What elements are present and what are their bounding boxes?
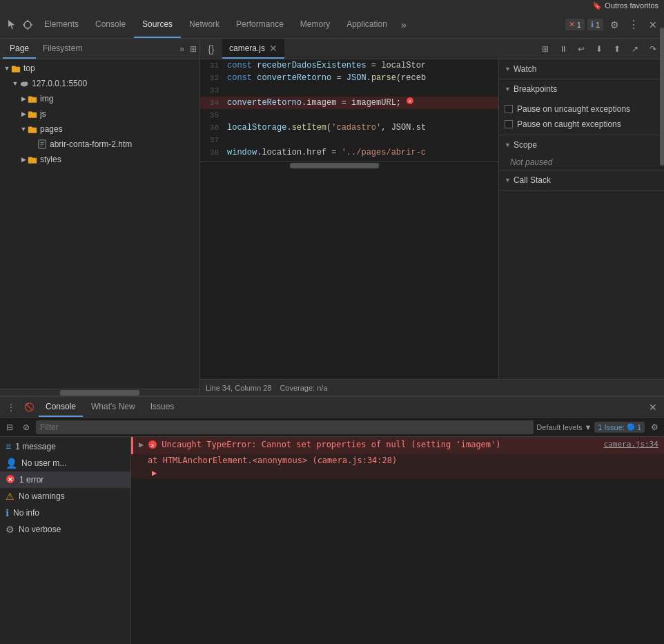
console-block-icon[interactable]: ⊘ xyxy=(19,420,33,434)
sidebar-item-warnings[interactable]: ⚠ No warnings xyxy=(0,488,130,505)
arrow-styles xyxy=(19,155,28,164)
console-sidebar-toggle[interactable]: ⊟ xyxy=(3,420,17,434)
scope-label: Scope xyxy=(514,140,537,150)
svg-point-7 xyxy=(24,81,28,84)
step-over-icon[interactable]: ↩ xyxy=(573,41,589,57)
console-filter-input[interactable] xyxy=(36,420,534,434)
breakpoints-content: Pause on uncaught exceptions Pause on ca… xyxy=(499,99,664,135)
close-console-icon[interactable]: ✕ xyxy=(645,399,661,416)
pause-uncaught-label: Pause on uncaught exceptions xyxy=(517,104,630,114)
tab-console-main[interactable]: Console xyxy=(39,397,83,417)
tree-item-top[interactable]: top xyxy=(0,61,199,76)
tree-item-styles[interactable]: styles xyxy=(0,152,199,167)
call-stack-header[interactable]: ▼ Call Stack xyxy=(499,170,664,190)
file-tree: top 127.0.0.1:5500 img xyxy=(0,59,199,389)
error-icon-msg: ✕ xyxy=(148,440,157,451)
arrow-img xyxy=(19,95,28,103)
format-icon[interactable]: ⊞ xyxy=(537,41,554,57)
code-line-36: 36 localStorage.setItem('cadastro', JSON… xyxy=(200,121,498,134)
tab-page[interactable]: Page xyxy=(3,39,36,59)
code-h-scroll[interactable] xyxy=(200,162,498,168)
cursor-icon[interactable] xyxy=(3,17,19,33)
watch-label: Watch xyxy=(514,64,537,74)
pause-icon[interactable]: ⏸ xyxy=(555,41,572,57)
error-source-link[interactable]: camera.js:34 xyxy=(604,440,658,451)
tab-performance[interactable]: Performance xyxy=(228,11,292,38)
code-line-37: 37 xyxy=(200,134,498,146)
close-devtools-icon[interactable]: ✕ xyxy=(645,17,661,33)
breakpoint-pause-uncaught: Pause on uncaught exceptions xyxy=(505,101,658,117)
warning-icon: ⚠ xyxy=(6,491,14,502)
tree-item-file[interactable]: abrir-conta-form-2.htm xyxy=(0,137,199,152)
tree-item-server[interactable]: 127.0.0.1:5500 xyxy=(0,76,199,91)
checkbox-pause-caught[interactable] xyxy=(505,120,513,128)
sidebar-item-verbose[interactable]: ⚙ No verbose xyxy=(0,521,130,538)
breakpoints-arrow: ▼ xyxy=(505,86,511,92)
expand-error-icon[interactable]: ▶ xyxy=(139,440,144,451)
more-tabs-icon[interactable]: » xyxy=(396,17,412,33)
checkbox-pause-uncaught[interactable] xyxy=(505,105,513,113)
error-circle-icon: ✕ xyxy=(6,474,15,486)
tab-label-camera-js: camera.js xyxy=(229,43,265,53)
tab-whats-new[interactable]: What's New xyxy=(84,397,142,417)
tree-label-styles: styles xyxy=(40,155,199,164)
verbose-icon: ⚙ xyxy=(6,524,14,535)
close-tab-icon[interactable]: ✕ xyxy=(269,43,277,53)
more-options-icon[interactable]: ⋮ xyxy=(625,17,642,33)
file-icon-html xyxy=(37,139,47,149)
sidebar-item-errors[interactable]: ✕ 1 error xyxy=(0,471,130,488)
console-sidebar: ≡ 1 message 👤 No user m... ✕ 1 error xyxy=(0,437,131,644)
expand-more-btn[interactable]: ▶ xyxy=(152,468,157,478)
right-debug-panel: ▼ Watch ▼ Breakpoints xyxy=(498,59,664,379)
scope-content: Not paused xyxy=(499,155,664,170)
tab-memory[interactable]: Memory xyxy=(292,11,338,38)
stack-text: at HTMLAnchorElement.<anonymous> (camera… xyxy=(148,456,397,465)
watch-header[interactable]: ▼ Watch xyxy=(499,59,664,79)
watch-section: ▼ Watch xyxy=(499,59,664,79)
continue-icon[interactable]: ↗ xyxy=(627,41,643,57)
more-tabs-source[interactable]: » xyxy=(177,43,187,55)
sidebar-item-info[interactable]: ℹ No info xyxy=(0,505,130,521)
pause-caught-label: Pause on caught exceptions xyxy=(517,119,621,129)
inspect-icon[interactable] xyxy=(19,17,36,33)
tree-item-pages[interactable]: pages xyxy=(0,121,199,137)
tab-camera-js[interactable]: camera.js ✕ xyxy=(222,39,284,59)
scope-header[interactable]: ▼ Scope xyxy=(499,135,664,155)
tab-network[interactable]: Network xyxy=(181,11,228,38)
tree-label-file: abrir-conta-form-2.htm xyxy=(50,139,199,149)
tab-sources[interactable]: Sources xyxy=(134,11,181,38)
console-settings-icon[interactable]: ⚙ xyxy=(647,420,661,434)
code-editor[interactable]: 31 const receberDadosExistentes = localS… xyxy=(200,59,498,379)
default-levels-select[interactable]: Default levels ▼ xyxy=(536,423,592,431)
error-badge[interactable]: ✕ 1 xyxy=(565,19,585,30)
add-folder-icon[interactable]: ⊞ xyxy=(190,44,197,54)
tab-filesystem[interactable]: Filesystem xyxy=(36,39,89,59)
tab-application[interactable]: Application xyxy=(338,11,396,38)
sidebar-item-messages[interactable]: ≡ 1 message xyxy=(0,438,130,455)
clear-console-icon[interactable]: 🚫 xyxy=(21,399,37,416)
console-error-row[interactable]: ▶ ✕ Uncaught TypeError: Cannot set prope… xyxy=(131,437,664,454)
tab-issues[interactable]: Issues xyxy=(144,397,182,417)
info-badge[interactable]: ℹ 1 xyxy=(587,19,603,30)
tree-item-js[interactable]: js xyxy=(0,106,199,121)
user-icon: 👤 xyxy=(6,458,17,469)
source-status-bar: Line 34, Column 28 Coverage: n/a xyxy=(200,379,664,396)
issue-badge[interactable]: 1 Issue: 🔵 1 xyxy=(594,422,645,433)
deactivate-icon[interactable]: ↷ xyxy=(645,41,661,57)
settings-icon[interactable]: ⚙ xyxy=(606,17,623,33)
line-col-status: Line 34, Column 28 xyxy=(206,384,271,392)
sidebar-item-user[interactable]: 👤 No user m... xyxy=(0,455,130,471)
file-tree-h-scroll[interactable] xyxy=(0,389,199,396)
tab-console[interactable]: Console xyxy=(87,11,134,38)
folder-icon-img xyxy=(28,94,37,104)
console-menu-icon[interactable]: ⋮ xyxy=(3,399,19,416)
tree-label-img: img xyxy=(40,94,199,104)
breakpoints-header[interactable]: ▼ Breakpoints xyxy=(499,79,664,99)
editor-nav-icon[interactable]: {} xyxy=(203,41,219,57)
step-into-icon[interactable]: ⬇ xyxy=(591,41,607,57)
arrow-pages xyxy=(19,125,28,133)
tab-elements[interactable]: Elements xyxy=(36,11,87,38)
code-line-38: 38 window.location.href = '../pages/abri… xyxy=(200,146,498,159)
tree-item-img[interactable]: img xyxy=(0,91,199,106)
step-out-icon[interactable]: ⬆ xyxy=(609,41,625,57)
